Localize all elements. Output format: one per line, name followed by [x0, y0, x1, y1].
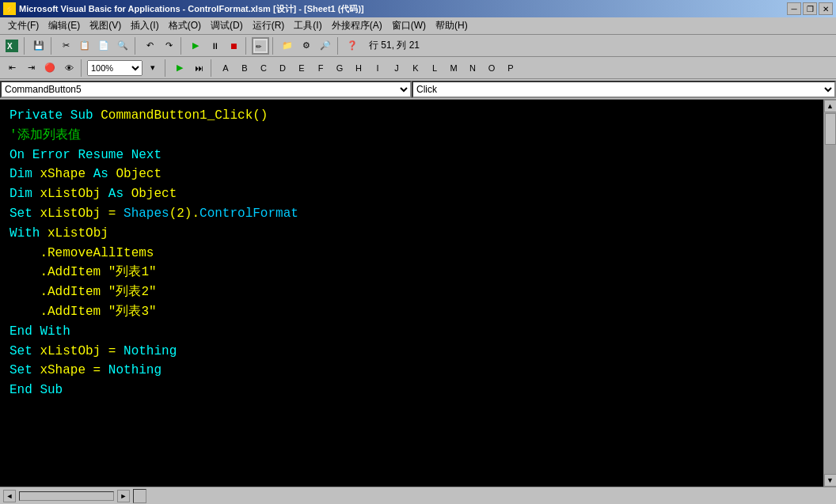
scroll-down-button[interactable]: ▼ [824, 474, 837, 487]
status-bar: ◄ ► [0, 487, 836, 504]
toolbar-undo[interactable]: ↶ [141, 37, 158, 55]
sep4 [180, 37, 184, 55]
code-line-11: .AddItem "列表3" [10, 302, 814, 322]
sep8 [81, 59, 84, 77]
title-bar: ⚡ Microsoft Visual Basic for Application… [0, 0, 836, 17]
code-line-2: '添加列表值 [10, 126, 814, 146]
scroll-up-button[interactable]: ▲ [824, 100, 837, 112]
code-line-14: Set xShape = Nothing [10, 361, 814, 381]
code-line-10: .AddItem "列表2" [10, 282, 814, 302]
toolbar-btn-b[interactable]: B [236, 59, 253, 77]
svg-text:✏: ✏ [256, 43, 262, 51]
code-editor[interactable]: Private Sub CommandButton1_Click() '添加列表… [0, 100, 823, 487]
toolbar-outdent[interactable]: ⇥ [22, 59, 40, 77]
toolbar-find[interactable]: 🔍 [114, 37, 131, 55]
h-scroll-track[interactable] [19, 491, 114, 501]
toolbar-row2: ⇤ ⇥ 🔴 👁 100% 75% 150% ▾ ▶ ⏭ A B C D E F … [0, 57, 836, 79]
menu-run[interactable]: 运行(R) [248, 17, 290, 34]
toolbar-btn-l[interactable]: L [426, 59, 443, 77]
menu-view[interactable]: 视图(V) [85, 17, 126, 34]
zoom-select[interactable]: 100% 75% 150% [87, 60, 142, 76]
toolbar-properties[interactable]: ⚙ [298, 37, 315, 55]
toolbar-indent[interactable]: ⇤ [3, 59, 21, 77]
close-button[interactable]: ✕ [819, 2, 833, 15]
toolbar-btn-k[interactable]: K [407, 59, 424, 77]
toolbar-runmacro[interactable]: ▶ [171, 59, 188, 77]
toolbar-btn-d[interactable]: D [274, 59, 291, 77]
svg-text:X: X [7, 42, 13, 51]
code-line-15: End Sub [10, 381, 814, 400]
object-procedure-bar: CommandButton5 Click [0, 79, 836, 100]
toolbar-rowcol: 行 51, 列 21 [369, 39, 420, 52]
sep7 [337, 37, 340, 55]
toolbar-redo[interactable]: ↷ [160, 37, 177, 55]
scroll-left-button[interactable]: ◄ [3, 490, 16, 502]
toolbar-pause[interactable]: ⏸ [206, 37, 223, 55]
sep2 [51, 37, 54, 55]
toolbar-cut[interactable]: ✂ [57, 37, 74, 55]
sep6 [272, 37, 276, 55]
menu-bar: 文件(F) 编辑(E) 视图(V) 插入(I) 格式(O) 调试(D) 运行(R… [0, 17, 836, 35]
menu-addins[interactable]: 外接程序(A) [327, 17, 387, 34]
object-select[interactable]: CommandButton5 [0, 81, 412, 98]
window-title: Microsoft Visual Basic for Applications … [19, 3, 364, 15]
toolbar-project[interactable]: 📁 [279, 37, 296, 55]
toolbar-btn-e[interactable]: E [293, 59, 310, 77]
toolbar-step2[interactable]: ⏭ [190, 59, 207, 77]
code-line-7: With xListObj [10, 224, 814, 244]
toolbar-copy[interactable]: 📋 [76, 37, 93, 55]
toolbar-btn-c[interactable]: C [255, 59, 272, 77]
code-line-1: Private Sub CommandButton1_Click() [10, 106, 814, 126]
scroll-track [824, 112, 836, 474]
menu-tools[interactable]: 工具(I) [289, 17, 326, 34]
menu-help[interactable]: 帮助(H) [431, 17, 473, 34]
toolbar-btn-f[interactable]: F [312, 59, 329, 77]
toolbar-btn-g[interactable]: G [331, 59, 348, 77]
toolbar-zoom-dropdown[interactable]: ▾ [144, 59, 162, 77]
menu-insert[interactable]: 插入(I) [126, 17, 163, 34]
vertical-scrollbar[interactable]: ▲ ▼ [823, 100, 836, 487]
minimize-button[interactable]: ─ [787, 2, 801, 15]
code-line-6: Set xListObj = Shapes(2).ControlFormat [10, 204, 814, 224]
menu-window[interactable]: 窗口(W) [387, 17, 431, 34]
toolbar-breakpoint[interactable]: 🔴 [41, 59, 59, 77]
toolbar-btn-h[interactable]: H [350, 59, 367, 77]
scroll-right-button[interactable]: ► [117, 490, 130, 502]
code-line-8: .RemoveAllItems [10, 244, 814, 263]
toolbar-btn-a[interactable]: A [217, 59, 234, 77]
menu-edit[interactable]: 编辑(E) [44, 17, 85, 34]
status-text [133, 489, 146, 503]
scroll-thumb[interactable] [825, 113, 836, 145]
toolbar-btn-m[interactable]: M [445, 59, 462, 77]
code-line-9: .AddItem "列表1" [10, 263, 814, 282]
toolbar-btn-n[interactable]: N [464, 59, 481, 77]
code-line-13: Set xListObj = Nothing [10, 342, 814, 362]
code-line-3: On Error Resume Next [10, 146, 814, 165]
menu-debug[interactable]: 调试(D) [206, 17, 248, 34]
code-line-4: Dim xShape As Object [10, 165, 814, 184]
menu-file[interactable]: 文件(F) [3, 17, 44, 34]
toolbar-excel-icon[interactable]: X [3, 37, 21, 55]
toolbar-toggle-design[interactable]: ✏ [252, 37, 269, 55]
editor-container: Private Sub CommandButton1_Click() '添加列表… [0, 100, 836, 487]
toolbar-help[interactable]: ❓ [344, 37, 361, 55]
procedure-select[interactable]: Click [412, 81, 836, 98]
toolbar-row1: X 💾 ✂ 📋 📄 🔍 ↶ ↷ ▶ ⏸ ⏹ ✏ 📁 ⚙ 🔎 ❓ 行 51, 列 … [0, 35, 836, 57]
toolbar-paste[interactable]: 📄 [95, 37, 112, 55]
toolbar-watchwindow[interactable]: 👁 [60, 59, 78, 77]
toolbar-btn-i[interactable]: I [369, 59, 386, 77]
sep9 [165, 59, 168, 77]
window-controls: ─ ❐ ✕ [787, 2, 833, 15]
toolbar-run[interactable]: ▶ [187, 37, 204, 55]
toolbar-save[interactable]: 💾 [30, 37, 48, 55]
toolbar-btn-o[interactable]: O [483, 59, 500, 77]
sep10 [211, 59, 214, 77]
toolbar-btn-j[interactable]: J [388, 59, 405, 77]
toolbar-objectbrowser[interactable]: 🔎 [317, 37, 334, 55]
menu-format[interactable]: 格式(O) [164, 17, 206, 34]
toolbar-btn-p[interactable]: P [502, 59, 519, 77]
toolbar-stop[interactable]: ⏹ [225, 37, 242, 55]
app-icon: ⚡ [3, 2, 16, 15]
sep5 [245, 37, 249, 55]
restore-button[interactable]: ❐ [803, 2, 817, 15]
